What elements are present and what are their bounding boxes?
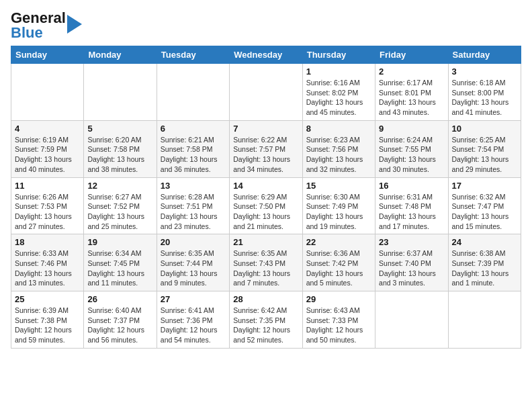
calendar-cell: [157, 64, 229, 121]
day-info: Sunrise: 6:36 AMSunset: 7:42 PMDaylight:…: [306, 248, 371, 288]
calendar-cell: 6Sunrise: 6:21 AMSunset: 7:58 PMDaylight…: [157, 120, 229, 177]
svg-marker-0: [67, 15, 82, 34]
day-info: Sunrise: 6:17 AMSunset: 8:01 PMDaylight:…: [379, 78, 444, 118]
day-info: Sunrise: 6:26 AMSunset: 7:53 PMDaylight:…: [15, 192, 80, 232]
calendar-cell: 19Sunrise: 6:34 AMSunset: 7:45 PMDayligh…: [84, 234, 157, 291]
calendar-cell: 24Sunrise: 6:38 AMSunset: 7:39 PMDayligh…: [448, 234, 521, 291]
day-number: 11: [15, 181, 80, 191]
day-number: 28: [233, 294, 298, 304]
header-sunday: Sunday: [11, 46, 84, 64]
calendar-cell: [230, 64, 302, 121]
day-number: 10: [452, 124, 517, 134]
day-number: 3: [452, 66, 517, 77]
day-info: Sunrise: 6:30 AMSunset: 7:49 PMDaylight:…: [306, 192, 371, 232]
calendar-table: SundayMondayTuesdayWednesdayThursdayFrid…: [11, 46, 521, 349]
calendar-cell: 22Sunrise: 6:36 AMSunset: 7:42 PMDayligh…: [302, 234, 375, 291]
day-info: Sunrise: 6:33 AMSunset: 7:46 PMDaylight:…: [15, 248, 80, 288]
day-info: Sunrise: 6:25 AMSunset: 7:54 PMDaylight:…: [452, 135, 517, 175]
day-info: Sunrise: 6:19 AMSunset: 7:59 PMDaylight:…: [15, 135, 80, 175]
header-saturday: Saturday: [448, 46, 521, 64]
day-number: 9: [379, 124, 444, 134]
calendar-cell: 8Sunrise: 6:23 AMSunset: 7:56 PMDaylight…: [302, 120, 375, 177]
calendar-cell: 23Sunrise: 6:37 AMSunset: 7:40 PMDayligh…: [375, 234, 448, 291]
day-info: Sunrise: 6:41 AMSunset: 7:36 PMDaylight:…: [161, 306, 226, 345]
day-info: Sunrise: 6:29 AMSunset: 7:50 PMDaylight:…: [233, 192, 298, 232]
day-number: 21: [233, 237, 298, 247]
header-tuesday: Tuesday: [157, 46, 229, 64]
header-friday: Friday: [375, 46, 448, 64]
day-number: 2: [379, 66, 444, 77]
day-info: Sunrise: 6:21 AMSunset: 7:58 PMDaylight:…: [161, 135, 226, 175]
calendar-header-row: SundayMondayTuesdayWednesdayThursdayFrid…: [11, 46, 521, 64]
week-row-3: 11Sunrise: 6:26 AMSunset: 7:53 PMDayligh…: [11, 177, 521, 234]
calendar-cell: 11Sunrise: 6:26 AMSunset: 7:53 PMDayligh…: [11, 177, 84, 234]
day-info: Sunrise: 6:39 AMSunset: 7:38 PMDaylight:…: [15, 306, 80, 345]
calendar-cell: 28Sunrise: 6:42 AMSunset: 7:35 PMDayligh…: [230, 291, 302, 349]
calendar-cell: 10Sunrise: 6:25 AMSunset: 7:54 PMDayligh…: [448, 120, 521, 177]
calendar-cell: 13Sunrise: 6:28 AMSunset: 7:51 PMDayligh…: [157, 177, 229, 234]
calendar-cell: 14Sunrise: 6:29 AMSunset: 7:50 PMDayligh…: [230, 177, 302, 234]
day-info: Sunrise: 6:24 AMSunset: 7:55 PMDaylight:…: [379, 135, 444, 175]
calendar-cell: 26Sunrise: 6:40 AMSunset: 7:37 PMDayligh…: [84, 291, 157, 349]
day-info: Sunrise: 6:27 AMSunset: 7:52 PMDaylight:…: [87, 192, 152, 232]
calendar-cell: [375, 291, 448, 349]
header-wednesday: Wednesday: [230, 46, 302, 64]
day-info: Sunrise: 6:18 AMSunset: 8:00 PMDaylight:…: [452, 78, 517, 118]
logo-text: General Blue: [11, 11, 66, 40]
header-thursday: Thursday: [302, 46, 375, 64]
day-info: Sunrise: 6:28 AMSunset: 7:51 PMDaylight:…: [161, 192, 226, 232]
day-number: 18: [15, 237, 80, 247]
day-number: 26: [87, 294, 152, 304]
day-number: 25: [15, 294, 80, 304]
day-number: 4: [15, 124, 80, 134]
calendar-cell: 5Sunrise: 6:20 AMSunset: 7:58 PMDaylight…: [84, 120, 157, 177]
day-number: 16: [379, 181, 444, 191]
week-row-2: 4Sunrise: 6:19 AMSunset: 7:59 PMDaylight…: [11, 120, 521, 177]
day-number: 29: [306, 294, 371, 304]
calendar-cell: 21Sunrise: 6:35 AMSunset: 7:43 PMDayligh…: [230, 234, 302, 291]
logo-arrow-icon: [67, 15, 82, 34]
day-info: Sunrise: 6:40 AMSunset: 7:37 PMDaylight:…: [87, 306, 152, 345]
calendar-cell: 29Sunrise: 6:43 AMSunset: 7:33 PMDayligh…: [302, 291, 375, 349]
day-info: Sunrise: 6:42 AMSunset: 7:35 PMDaylight:…: [233, 306, 298, 345]
calendar-cell: 18Sunrise: 6:33 AMSunset: 7:46 PMDayligh…: [11, 234, 84, 291]
day-info: Sunrise: 6:16 AMSunset: 8:02 PMDaylight:…: [306, 78, 371, 118]
day-info: Sunrise: 6:43 AMSunset: 7:33 PMDaylight:…: [306, 306, 371, 345]
day-number: 6: [161, 124, 226, 134]
day-number: 8: [306, 124, 371, 134]
calendar-cell: 27Sunrise: 6:41 AMSunset: 7:36 PMDayligh…: [157, 291, 229, 349]
calendar-cell: 12Sunrise: 6:27 AMSunset: 7:52 PMDayligh…: [84, 177, 157, 234]
week-row-5: 25Sunrise: 6:39 AMSunset: 7:38 PMDayligh…: [11, 291, 521, 349]
day-info: Sunrise: 6:37 AMSunset: 7:40 PMDaylight:…: [379, 248, 444, 288]
calendar-cell: 20Sunrise: 6:35 AMSunset: 7:44 PMDayligh…: [157, 234, 229, 291]
day-number: 1: [306, 66, 371, 77]
logo: General Blue: [11, 11, 82, 40]
day-info: Sunrise: 6:23 AMSunset: 7:56 PMDaylight:…: [306, 135, 371, 175]
day-number: 24: [452, 237, 517, 247]
calendar-cell: 15Sunrise: 6:30 AMSunset: 7:49 PMDayligh…: [302, 177, 375, 234]
header-monday: Monday: [84, 46, 157, 64]
day-number: 19: [87, 237, 152, 247]
week-row-1: 1Sunrise: 6:16 AMSunset: 8:02 PMDaylight…: [11, 64, 521, 121]
day-info: Sunrise: 6:34 AMSunset: 7:45 PMDaylight:…: [87, 248, 152, 288]
day-number: 20: [161, 237, 226, 247]
day-number: 13: [161, 181, 226, 191]
day-info: Sunrise: 6:38 AMSunset: 7:39 PMDaylight:…: [452, 248, 517, 288]
calendar-cell: 25Sunrise: 6:39 AMSunset: 7:38 PMDayligh…: [11, 291, 84, 349]
calendar-cell: [448, 291, 521, 349]
day-info: Sunrise: 6:32 AMSunset: 7:47 PMDaylight:…: [452, 192, 517, 232]
day-number: 5: [87, 124, 152, 134]
calendar-cell: [84, 64, 157, 121]
day-number: 7: [233, 124, 298, 134]
calendar-cell: 4Sunrise: 6:19 AMSunset: 7:59 PMDaylight…: [11, 120, 84, 177]
week-row-4: 18Sunrise: 6:33 AMSunset: 7:46 PMDayligh…: [11, 234, 521, 291]
day-info: Sunrise: 6:35 AMSunset: 7:43 PMDaylight:…: [233, 248, 298, 288]
day-number: 23: [379, 237, 444, 247]
header: General Blue: [11, 11, 521, 40]
calendar-cell: 2Sunrise: 6:17 AMSunset: 8:01 PMDaylight…: [375, 64, 448, 121]
day-info: Sunrise: 6:22 AMSunset: 7:57 PMDaylight:…: [233, 135, 298, 175]
calendar-cell: 16Sunrise: 6:31 AMSunset: 7:48 PMDayligh…: [375, 177, 448, 234]
day-number: 22: [306, 237, 371, 247]
day-number: 14: [233, 181, 298, 191]
day-info: Sunrise: 6:20 AMSunset: 7:58 PMDaylight:…: [87, 135, 152, 175]
